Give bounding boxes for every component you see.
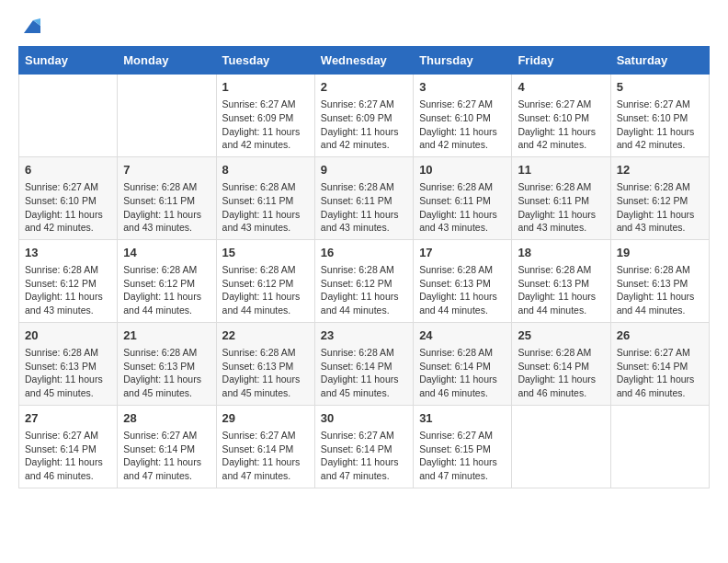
day-info: Sunrise: 6:28 AM Sunset: 6:13 PM Dayligh…	[419, 263, 506, 317]
day-info: Sunrise: 6:28 AM Sunset: 6:12 PM Dayligh…	[617, 180, 703, 235]
day-number: 25	[518, 327, 604, 344]
calendar-cell	[610, 405, 709, 488]
calendar-cell: 18Sunrise: 6:28 AM Sunset: 6:13 PM Dayli…	[512, 239, 610, 322]
calendar-cell: 17Sunrise: 6:28 AM Sunset: 6:13 PM Dayli…	[414, 239, 512, 322]
day-info: Sunrise: 6:27 AM Sunset: 6:10 PM Dayligh…	[617, 98, 703, 152]
calendar-cell: 20Sunrise: 6:28 AM Sunset: 6:13 PM Dayli…	[19, 322, 118, 405]
calendar-cell: 19Sunrise: 6:28 AM Sunset: 6:13 PM Dayli…	[610, 239, 709, 322]
day-number: 2	[321, 79, 407, 96]
day-info: Sunrise: 6:27 AM Sunset: 6:09 PM Dayligh…	[321, 98, 407, 152]
calendar-cell: 1Sunrise: 6:27 AM Sunset: 6:09 PM Daylig…	[216, 75, 314, 157]
day-number: 23	[321, 327, 407, 344]
day-info: Sunrise: 6:28 AM Sunset: 6:13 PM Dayligh…	[617, 263, 703, 317]
day-number: 29	[222, 410, 309, 427]
calendar-week-row: 1Sunrise: 6:27 AM Sunset: 6:09 PM Daylig…	[19, 75, 710, 157]
day-number: 26	[617, 327, 703, 344]
day-number: 28	[123, 410, 210, 427]
calendar-header-saturday: Saturday	[610, 47, 709, 75]
logo	[18, 18, 40, 37]
day-number: 31	[419, 410, 506, 427]
day-info: Sunrise: 6:28 AM Sunset: 6:11 PM Dayligh…	[419, 180, 506, 235]
calendar-week-row: 6Sunrise: 6:27 AM Sunset: 6:10 PM Daylig…	[19, 156, 710, 239]
day-info: Sunrise: 6:27 AM Sunset: 6:10 PM Dayligh…	[25, 180, 111, 235]
day-info: Sunrise: 6:28 AM Sunset: 6:12 PM Dayligh…	[123, 263, 210, 317]
calendar-cell: 11Sunrise: 6:28 AM Sunset: 6:11 PM Dayli…	[512, 156, 610, 239]
calendar-cell: 31Sunrise: 6:27 AM Sunset: 6:15 PM Dayli…	[414, 405, 512, 488]
calendar-cell	[118, 75, 216, 157]
calendar-cell: 26Sunrise: 6:27 AM Sunset: 6:14 PM Dayli…	[610, 322, 709, 405]
calendar-cell: 8Sunrise: 6:28 AM Sunset: 6:11 PM Daylig…	[216, 156, 314, 239]
calendar-cell: 3Sunrise: 6:27 AM Sunset: 6:10 PM Daylig…	[414, 75, 512, 157]
calendar-cell: 27Sunrise: 6:27 AM Sunset: 6:14 PM Dayli…	[19, 405, 118, 488]
day-info: Sunrise: 6:28 AM Sunset: 6:13 PM Dayligh…	[123, 346, 210, 400]
day-info: Sunrise: 6:27 AM Sunset: 6:14 PM Dayligh…	[222, 429, 309, 483]
day-info: Sunrise: 6:28 AM Sunset: 6:14 PM Dayligh…	[321, 346, 407, 400]
day-number: 22	[222, 327, 309, 344]
calendar-cell: 4Sunrise: 6:27 AM Sunset: 6:10 PM Daylig…	[512, 75, 610, 157]
day-info: Sunrise: 6:27 AM Sunset: 6:14 PM Dayligh…	[617, 346, 703, 400]
day-info: Sunrise: 6:27 AM Sunset: 6:09 PM Dayligh…	[222, 98, 309, 152]
day-info: Sunrise: 6:27 AM Sunset: 6:10 PM Dayligh…	[518, 98, 604, 152]
calendar-cell: 9Sunrise: 6:28 AM Sunset: 6:11 PM Daylig…	[314, 156, 413, 239]
day-info: Sunrise: 6:28 AM Sunset: 6:13 PM Dayligh…	[222, 346, 309, 400]
day-number: 7	[123, 162, 210, 178]
calendar-week-row: 13Sunrise: 6:28 AM Sunset: 6:12 PM Dayli…	[19, 239, 710, 322]
calendar-cell: 15Sunrise: 6:28 AM Sunset: 6:12 PM Dayli…	[216, 239, 314, 322]
page-header	[18, 18, 710, 37]
calendar-cell: 22Sunrise: 6:28 AM Sunset: 6:13 PM Dayli…	[216, 322, 314, 405]
day-info: Sunrise: 6:28 AM Sunset: 6:11 PM Dayligh…	[321, 180, 407, 235]
day-info: Sunrise: 6:28 AM Sunset: 6:14 PM Dayligh…	[419, 346, 506, 400]
calendar-cell: 2Sunrise: 6:27 AM Sunset: 6:09 PM Daylig…	[314, 75, 413, 157]
day-number: 27	[25, 410, 111, 427]
calendar-cell: 21Sunrise: 6:28 AM Sunset: 6:13 PM Dayli…	[118, 322, 216, 405]
calendar-cell: 29Sunrise: 6:27 AM Sunset: 6:14 PM Dayli…	[216, 405, 314, 488]
day-info: Sunrise: 6:28 AM Sunset: 6:12 PM Dayligh…	[222, 263, 309, 317]
day-info: Sunrise: 6:28 AM Sunset: 6:11 PM Dayligh…	[518, 180, 604, 235]
day-info: Sunrise: 6:27 AM Sunset: 6:14 PM Dayligh…	[123, 429, 210, 483]
calendar-cell: 30Sunrise: 6:27 AM Sunset: 6:14 PM Dayli…	[314, 405, 413, 488]
day-number: 6	[25, 162, 111, 178]
day-info: Sunrise: 6:27 AM Sunset: 6:15 PM Dayligh…	[419, 429, 506, 483]
day-number: 5	[617, 79, 703, 96]
day-info: Sunrise: 6:28 AM Sunset: 6:13 PM Dayligh…	[25, 346, 111, 400]
day-number: 4	[518, 79, 604, 96]
day-number: 16	[321, 245, 407, 261]
calendar-header-tuesday: Tuesday	[216, 47, 314, 75]
calendar-cell: 7Sunrise: 6:28 AM Sunset: 6:11 PM Daylig…	[118, 156, 216, 239]
calendar-header-sunday: Sunday	[19, 47, 118, 75]
day-number: 17	[419, 245, 506, 261]
day-info: Sunrise: 6:28 AM Sunset: 6:12 PM Dayligh…	[321, 263, 407, 317]
calendar-cell: 28Sunrise: 6:27 AM Sunset: 6:14 PM Dayli…	[118, 405, 216, 488]
day-number: 21	[123, 327, 210, 344]
calendar-cell	[512, 405, 610, 488]
calendar-cell: 6Sunrise: 6:27 AM Sunset: 6:10 PM Daylig…	[19, 156, 118, 239]
day-number: 1	[222, 79, 309, 96]
calendar-cell: 14Sunrise: 6:28 AM Sunset: 6:12 PM Dayli…	[118, 239, 216, 322]
calendar-cell: 13Sunrise: 6:28 AM Sunset: 6:12 PM Dayli…	[19, 239, 118, 322]
logo-icon	[20, 17, 40, 37]
calendar-cell	[19, 75, 118, 157]
day-info: Sunrise: 6:27 AM Sunset: 6:10 PM Dayligh…	[419, 98, 506, 152]
day-number: 24	[419, 327, 506, 344]
calendar-cell: 16Sunrise: 6:28 AM Sunset: 6:12 PM Dayli…	[314, 239, 413, 322]
calendar-table: SundayMondayTuesdayWednesdayThursdayFrid…	[18, 46, 710, 488]
day-number: 9	[321, 162, 407, 178]
day-number: 18	[518, 245, 604, 261]
day-number: 11	[518, 162, 604, 178]
calendar-cell: 10Sunrise: 6:28 AM Sunset: 6:11 PM Dayli…	[414, 156, 512, 239]
day-number: 12	[617, 162, 703, 178]
day-number: 20	[25, 327, 111, 344]
day-number: 3	[419, 79, 506, 96]
calendar-cell: 5Sunrise: 6:27 AM Sunset: 6:10 PM Daylig…	[610, 75, 709, 157]
calendar-header-row: SundayMondayTuesdayWednesdayThursdayFrid…	[19, 47, 710, 75]
calendar-cell: 23Sunrise: 6:28 AM Sunset: 6:14 PM Dayli…	[314, 322, 413, 405]
day-number: 19	[617, 245, 703, 261]
day-number: 10	[419, 162, 506, 178]
day-number: 15	[222, 245, 309, 261]
day-number: 13	[25, 245, 111, 261]
day-info: Sunrise: 6:28 AM Sunset: 6:14 PM Dayligh…	[518, 346, 604, 400]
calendar-header-monday: Monday	[118, 47, 216, 75]
calendar-cell: 24Sunrise: 6:28 AM Sunset: 6:14 PM Dayli…	[414, 322, 512, 405]
calendar-week-row: 27Sunrise: 6:27 AM Sunset: 6:14 PM Dayli…	[19, 405, 710, 488]
day-info: Sunrise: 6:27 AM Sunset: 6:14 PM Dayligh…	[25, 429, 111, 483]
